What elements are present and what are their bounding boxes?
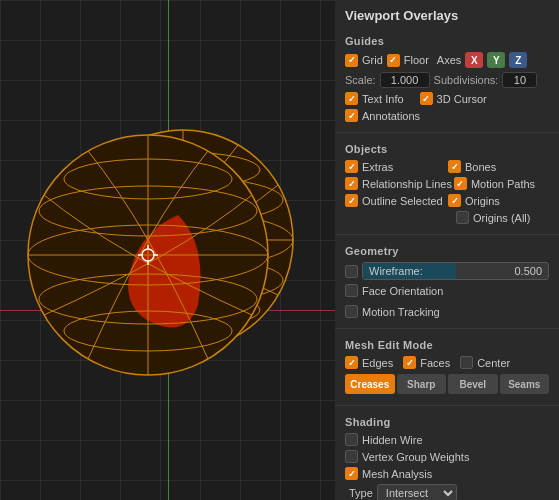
bones-row: Bones: [448, 160, 549, 173]
annotations-checkbox[interactable]: [345, 109, 358, 122]
edges-checkbox[interactable]: [345, 356, 358, 369]
vertex-group-row: Vertex Group Weights: [335, 448, 559, 465]
mesh-edit-divider: [335, 405, 559, 406]
mesh-edit-buttons: Creases Sharp Bevel Seams: [335, 371, 559, 397]
grid-label: Grid: [362, 54, 383, 66]
subdivisions-label: Subdivisions:: [434, 74, 499, 86]
panel-title: Viewport Overlays: [335, 0, 559, 29]
rel-lines-checkbox[interactable]: [345, 177, 358, 190]
cursor-checkbox[interactable]: [420, 92, 433, 105]
annotations-row: Annotations: [335, 107, 559, 124]
scale-row: Scale: Subdivisions:: [335, 70, 559, 90]
motion-paths-row: Motion Paths: [454, 177, 549, 190]
hidden-wire-checkbox[interactable]: [345, 433, 358, 446]
geometry-section-header: Geometry: [335, 239, 559, 260]
axes-label: Axes: [437, 54, 461, 66]
wireframe-slider[interactable]: Wireframe: 0.500: [362, 262, 549, 280]
extras-label: Extras: [362, 161, 393, 173]
spheres-svg: [13, 50, 323, 450]
axis-y-button[interactable]: Y: [487, 52, 505, 68]
axis-x-button[interactable]: X: [465, 52, 483, 68]
text-info-label: Text Info: [362, 93, 404, 105]
objects-divider: [335, 234, 559, 235]
guides-divider: [335, 132, 559, 133]
motion-paths-label: Motion Paths: [471, 178, 535, 190]
viewport[interactable]: [0, 0, 335, 500]
type-label: Type: [349, 487, 373, 499]
faces-checkbox[interactable]: [403, 356, 416, 369]
faces-label: Faces: [420, 357, 450, 369]
axis-z-button[interactable]: Z: [509, 52, 527, 68]
creases-button[interactable]: Creases: [345, 374, 395, 394]
bones-checkbox[interactable]: [448, 160, 461, 173]
face-orientation-label: Face Orientation: [362, 285, 443, 297]
subdivisions-input[interactable]: [502, 72, 537, 88]
face-orientation-checkbox[interactable]: [345, 284, 358, 297]
scale-label: Scale:: [345, 74, 376, 86]
text-info-row: Text Info 3D Cursor: [335, 90, 559, 107]
spheres-container: [0, 0, 335, 500]
face-orientation-row: Face Orientation: [335, 282, 559, 299]
wireframe-label: Wireframe:: [369, 265, 423, 277]
objects-row2: Relationship Lines Motion Paths: [335, 175, 559, 192]
edges-label: Edges: [362, 357, 393, 369]
origins-all-label: Origins (All): [473, 212, 530, 224]
scale-input[interactable]: [380, 72, 430, 88]
wireframe-checkbox[interactable]: [345, 265, 358, 278]
sharp-button[interactable]: Sharp: [397, 374, 447, 394]
motion-tracking-row: Motion Tracking: [335, 303, 559, 320]
objects-row3: Outline Selected Origins: [335, 192, 559, 209]
origins-all-checkbox[interactable]: [456, 211, 469, 224]
origins-checkbox[interactable]: [448, 194, 461, 207]
objects-section-header: Objects: [335, 137, 559, 158]
annotations-label: Annotations: [362, 110, 420, 122]
mesh-edit-checkboxes: Edges Faces Center: [335, 354, 559, 371]
motion-paths-checkbox[interactable]: [454, 177, 467, 190]
wireframe-text: Wireframe: 0.500: [369, 265, 542, 277]
center-checkbox[interactable]: [460, 356, 473, 369]
mesh-edit-section-header: Mesh Edit Mode: [335, 333, 559, 354]
rel-lines-label: Relationship Lines: [362, 178, 452, 190]
floor-checkbox[interactable]: [387, 54, 400, 67]
rel-lines-row: Relationship Lines: [345, 177, 452, 190]
motion-tracking-label: Motion Tracking: [362, 306, 440, 318]
vertex-group-label: Vertex Group Weights: [362, 451, 469, 463]
bevel-button[interactable]: Bevel: [448, 374, 498, 394]
floor-label: Floor: [404, 54, 429, 66]
type-row: Type Intersect: [335, 482, 559, 500]
seams-button[interactable]: Seams: [500, 374, 550, 394]
hidden-wire-row: Hidden Wire: [335, 431, 559, 448]
text-info-checkbox[interactable]: [345, 92, 358, 105]
origins-label: Origins: [465, 195, 500, 207]
outline-checkbox[interactable]: [345, 194, 358, 207]
overlay-panel: Viewport Overlays Guides Grid Floor Axes…: [335, 0, 559, 500]
grid-checkbox[interactable]: [345, 54, 358, 67]
shading-section-header: Shading: [335, 410, 559, 431]
grid-row: Grid Floor Axes X Y Z: [335, 50, 559, 70]
extras-row: Extras: [345, 160, 446, 173]
vertex-group-checkbox[interactable]: [345, 450, 358, 463]
origins-all-row: Origins (All): [335, 209, 559, 226]
wireframe-value: 0.500: [514, 265, 542, 277]
mesh-analysis-row: Mesh Analysis: [335, 465, 559, 482]
objects-row1: Extras Bones: [335, 158, 559, 175]
cursor-label: 3D Cursor: [437, 93, 487, 105]
origins-row: Origins: [448, 194, 549, 207]
bones-label: Bones: [465, 161, 496, 173]
extras-checkbox[interactable]: [345, 160, 358, 173]
center-label: Center: [477, 357, 510, 369]
outline-row: Outline Selected: [345, 194, 446, 207]
outline-label: Outline Selected: [362, 195, 443, 207]
hidden-wire-label: Hidden Wire: [362, 434, 423, 446]
motion-tracking-checkbox[interactable]: [345, 305, 358, 318]
mesh-analysis-label: Mesh Analysis: [362, 468, 432, 480]
mesh-analysis-checkbox[interactable]: [345, 467, 358, 480]
type-dropdown[interactable]: Intersect: [377, 484, 457, 500]
guides-section-header: Guides: [335, 29, 559, 50]
wireframe-row: Wireframe: 0.500: [335, 260, 559, 282]
geometry-divider: [335, 328, 559, 329]
